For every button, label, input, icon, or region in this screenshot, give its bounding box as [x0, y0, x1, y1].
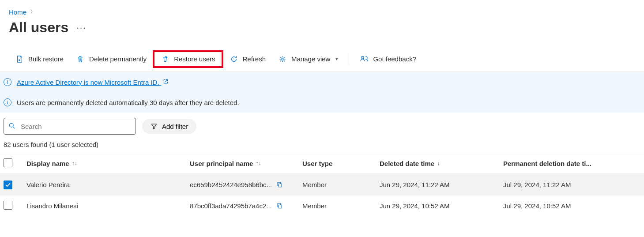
add-filter-label: Add filter [162, 123, 188, 130]
chevron-right-icon: 〉 [30, 8, 36, 16]
restore-users-label: Restore users [174, 55, 215, 63]
restore-users-button[interactable]: Restore users [153, 50, 223, 68]
breadcrumb: Home 〉 [0, 0, 644, 16]
cell-upn: ec659b2452424e958b6bc... [190, 181, 302, 188]
info-bar-entra: i Azure Active Directory is now Microsof… [0, 72, 644, 92]
cell-perm-del: Jul 29, 2024, 11:22 AM [503, 181, 636, 188]
select-all-checkbox[interactable] [4, 158, 12, 167]
got-feedback-label: Got feedback? [373, 55, 416, 63]
cell-deleted: Jun 29, 2024, 11:22 AM [380, 181, 503, 188]
svg-rect-4 [279, 205, 282, 208]
info-bar-retention: i Users are permanently deleted automati… [0, 92, 644, 113]
bulk-restore-button[interactable]: Bulk restore [9, 50, 70, 68]
table-header: Display name ↑↓ User principal name ↑↓ U… [0, 153, 644, 174]
col-upn-label: User principal name [190, 160, 253, 167]
search-box[interactable] [4, 118, 136, 135]
refresh-button[interactable]: Refresh [223, 50, 272, 68]
cell-upn-text: 87bc0ff3ada74295b7a4c2... [190, 202, 272, 210]
breadcrumb-home-link[interactable]: Home [9, 8, 26, 16]
info-icon: i [4, 78, 11, 86]
got-feedback-button[interactable]: Got feedback? [354, 50, 422, 68]
table-row[interactable]: Lisandro Milanesi 87bc0ff3ada74295b7a4c2… [0, 195, 644, 216]
chevron-down-icon: ▾ [335, 56, 338, 62]
row-checkbox[interactable] [4, 201, 12, 210]
copy-icon[interactable] [276, 203, 283, 209]
feedback-icon [360, 55, 369, 64]
sort-both-icon: ↑↓ [256, 160, 261, 166]
table-row[interactable]: Valerio Pereira ec659b2452424e958b6bc...… [0, 174, 644, 195]
cell-upn: 87bc0ff3ada74295b7a4c2... [190, 202, 302, 210]
col-deleted[interactable]: Deleted date time ↓ [380, 160, 503, 167]
col-display-name[interactable]: Display name ↑↓ [26, 160, 190, 167]
col-perm-del[interactable]: Permanent deletion date ti... [503, 160, 636, 167]
row-checkbox[interactable] [4, 181, 12, 189]
cell-perm-del: Jul 29, 2024, 10:52 AM [503, 202, 636, 210]
col-user-type-label: User type [302, 160, 332, 167]
info-icon: i [4, 98, 11, 106]
col-upn[interactable]: User principal name ↑↓ [190, 160, 302, 167]
external-link-icon [163, 79, 169, 86]
status-line: 82 users found (1 user selected) [0, 138, 644, 153]
svg-point-1 [362, 56, 364, 58]
cell-display-name: Valerio Pereira [26, 181, 190, 188]
gear-icon [278, 55, 287, 64]
sort-both-icon: ↑↓ [72, 160, 77, 166]
col-deleted-label: Deleted date time [380, 160, 434, 167]
add-filter-button[interactable]: Add filter [142, 119, 196, 134]
filter-icon [151, 123, 158, 130]
svg-rect-3 [279, 184, 282, 187]
more-actions-button[interactable]: ··· [76, 23, 87, 33]
col-display-name-label: Display name [26, 160, 69, 167]
toolbar-separator [349, 53, 349, 65]
cell-user-type: Member [302, 202, 380, 210]
cell-upn-text: ec659b2452424e958b6bc... [190, 181, 272, 188]
cell-user-type: Member [302, 181, 380, 188]
retention-text: Users are permanently deleted automatica… [17, 99, 239, 106]
command-bar: Bulk restore Delete permanently Restore … [0, 46, 644, 72]
filter-row: Add filter [0, 113, 644, 138]
entra-id-link[interactable]: Azure Active Directory is now Microsoft … [17, 79, 169, 86]
svg-point-2 [9, 123, 13, 127]
delete-permanently-button[interactable]: Delete permanently [70, 50, 153, 68]
trash-icon [76, 55, 85, 64]
copy-icon[interactable] [276, 181, 283, 188]
sort-desc-icon: ↓ [437, 160, 440, 166]
info-region: i Azure Active Directory is now Microsof… [0, 72, 644, 113]
entra-id-link-text: Azure Active Directory is now Microsoft … [17, 79, 159, 86]
bulk-restore-icon [15, 55, 24, 64]
cell-deleted: Jun 29, 2024, 10:52 AM [380, 202, 503, 210]
svg-point-0 [282, 58, 284, 60]
col-user-type[interactable]: User type [302, 160, 380, 167]
title-row: All users ··· [0, 16, 644, 46]
bulk-restore-label: Bulk restore [28, 55, 64, 63]
search-input[interactable] [21, 123, 131, 130]
page-title: All users [9, 19, 68, 36]
manage-view-button[interactable]: Manage view ▾ [272, 50, 344, 68]
users-table: Display name ↑↓ User principal name ↑↓ U… [0, 153, 644, 216]
search-icon [8, 122, 16, 130]
restore-icon [161, 55, 169, 64]
refresh-label: Refresh [243, 55, 266, 63]
delete-permanently-label: Delete permanently [89, 55, 147, 63]
manage-view-label: Manage view [291, 55, 330, 63]
cell-display-name: Lisandro Milanesi [26, 202, 190, 210]
col-perm-del-label: Permanent deletion date ti... [503, 160, 591, 167]
refresh-icon [230, 55, 238, 64]
